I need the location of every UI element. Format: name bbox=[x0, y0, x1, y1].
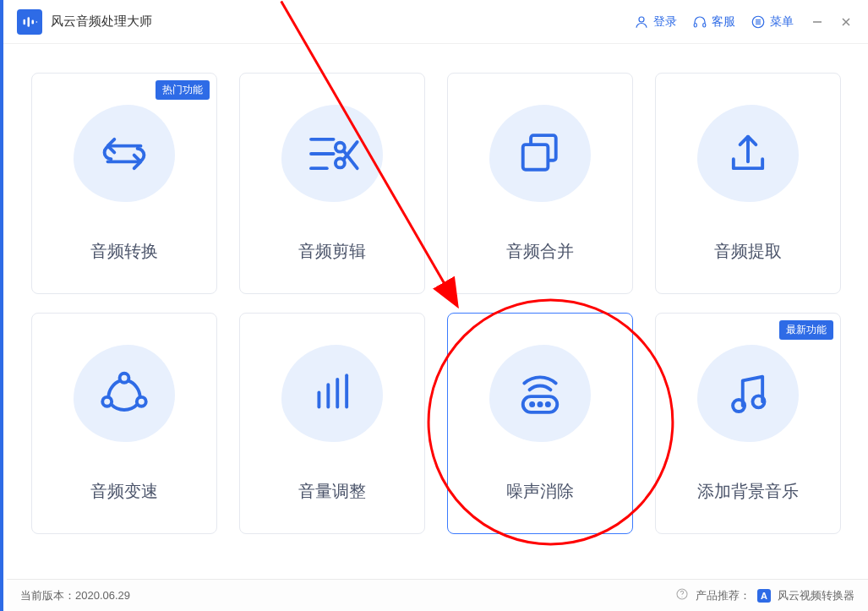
minimize-button[interactable] bbox=[805, 10, 829, 34]
card-label: 音频合并 bbox=[506, 240, 574, 263]
version-text: 当前版本：2020.06.29 bbox=[20, 588, 130, 603]
menu-icon bbox=[751, 14, 766, 30]
svg-rect-0 bbox=[24, 19, 26, 25]
card-noise-removal[interactable]: 噪声消除 bbox=[447, 313, 633, 534]
card-audio-edit[interactable]: 音频剪辑 bbox=[239, 73, 425, 294]
waveform-icon bbox=[21, 14, 38, 30]
card-icon-wrap bbox=[281, 314, 383, 473]
upload-icon bbox=[715, 121, 781, 187]
titlebar-actions: 登录 客服 菜单 bbox=[634, 14, 794, 30]
recommend-logo-icon: A bbox=[757, 589, 771, 603]
svg-point-32 bbox=[531, 402, 533, 405]
login-button[interactable]: 登录 bbox=[634, 14, 677, 30]
bars-icon bbox=[299, 361, 365, 427]
svg-rect-6 bbox=[703, 23, 706, 27]
svg-point-38 bbox=[681, 597, 682, 597]
card-audio-extract[interactable]: 音频提取 bbox=[655, 73, 841, 294]
status-bar: 当前版本：2020.06.29 产品推荐： A 风云视频转换器 bbox=[7, 579, 868, 611]
card-audio-convert[interactable]: 热门功能 音频转换 bbox=[31, 73, 217, 294]
help-icon[interactable] bbox=[675, 587, 689, 603]
nodes-cycle-icon bbox=[91, 361, 157, 427]
new-badge: 最新功能 bbox=[779, 320, 833, 340]
wifi-device-icon bbox=[507, 361, 573, 427]
card-label: 添加背景音乐 bbox=[697, 480, 799, 503]
login-label: 登录 bbox=[653, 14, 677, 30]
svg-point-4 bbox=[639, 17, 644, 22]
music-note-icon bbox=[715, 361, 781, 427]
svg-point-33 bbox=[538, 402, 541, 405]
card-icon-wrap bbox=[489, 74, 591, 233]
menu-button[interactable]: 菜单 bbox=[751, 14, 794, 30]
window-controls bbox=[805, 10, 858, 34]
minimize-icon bbox=[811, 16, 823, 28]
card-label: 噪声消除 bbox=[506, 480, 574, 503]
title-bar: 风云音频处理大师 登录 客服 菜单 bbox=[3, 0, 868, 44]
card-audio-merge[interactable]: 音频合并 bbox=[447, 73, 633, 294]
svg-rect-22 bbox=[522, 145, 548, 170]
app-title: 风云音频处理大师 bbox=[51, 14, 152, 30]
close-icon bbox=[840, 16, 852, 28]
scissors-list-icon bbox=[299, 121, 365, 187]
user-icon bbox=[634, 14, 649, 30]
feature-grid: 热门功能 音频转换 音频剪辑 音频合并 音频提取 音频变速 音量调整 bbox=[3, 44, 868, 534]
svg-rect-2 bbox=[32, 19, 35, 24]
card-label: 音频剪辑 bbox=[298, 240, 366, 263]
app-logo bbox=[17, 9, 42, 35]
svg-rect-1 bbox=[28, 17, 30, 27]
card-label: 音频变速 bbox=[90, 480, 158, 503]
card-add-bgm[interactable]: 最新功能 添加背景音乐 bbox=[655, 313, 841, 534]
svg-rect-5 bbox=[694, 23, 696, 27]
card-label: 音量调整 bbox=[298, 480, 366, 503]
recommend-product[interactable]: 风云视频转换器 bbox=[778, 588, 854, 603]
card-label: 音频转换 bbox=[90, 240, 158, 263]
support-button[interactable]: 客服 bbox=[692, 14, 735, 30]
close-button[interactable] bbox=[834, 10, 858, 34]
card-icon-wrap bbox=[489, 314, 591, 473]
card-icon-wrap bbox=[74, 314, 175, 473]
support-label: 客服 bbox=[712, 14, 735, 30]
svg-rect-3 bbox=[36, 21, 38, 23]
card-icon-wrap bbox=[697, 74, 799, 233]
copy-icon bbox=[507, 121, 573, 187]
recommend-label: 产品推荐： bbox=[696, 588, 751, 603]
card-label: 音频提取 bbox=[714, 240, 782, 263]
card-icon-wrap bbox=[281, 74, 383, 233]
menu-label: 菜单 bbox=[770, 14, 794, 30]
headset-icon bbox=[692, 14, 707, 30]
swap-arrows-icon bbox=[91, 121, 157, 187]
card-audio-speed[interactable]: 音频变速 bbox=[31, 313, 217, 534]
card-volume-adjust[interactable]: 音量调整 bbox=[239, 313, 425, 534]
svg-point-34 bbox=[546, 402, 549, 405]
hot-badge: 热门功能 bbox=[156, 80, 210, 100]
